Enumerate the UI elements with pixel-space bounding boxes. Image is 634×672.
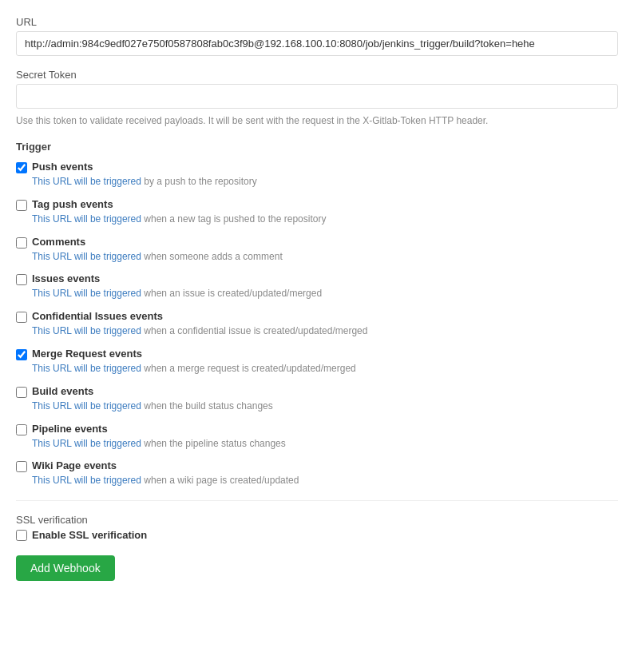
trigger-name-tag-push-events: Tag push events: [32, 198, 113, 210]
trigger-desc-confidential-issues-events: This URL will be triggered when a confid…: [32, 324, 618, 338]
trigger-name-merge-request-events: Merge Request events: [32, 348, 142, 360]
trigger-name-build-events: Build events: [32, 385, 93, 397]
trigger-label-build-events[interactable]: Build events: [16, 385, 618, 398]
ssl-checkbox-text: Enable SSL verification: [32, 529, 147, 541]
trigger-name-issues-events: Issues events: [32, 272, 100, 284]
add-webhook-button[interactable]: Add Webhook: [16, 555, 115, 581]
trigger-label-pipeline-events[interactable]: Pipeline events: [16, 423, 618, 435]
url-label: URL: [16, 16, 618, 28]
secret-token-input[interactable]: [16, 84, 618, 109]
trigger-desc-push-events: This URL will be triggered by a push to …: [32, 175, 618, 189]
trigger-item-pipeline-events: Pipeline eventsThis URL will be triggere…: [16, 423, 618, 451]
trigger-checkbox-confidential-issues-events[interactable]: [16, 312, 27, 323]
trigger-name-wiki-page-events: Wiki Page events: [32, 459, 117, 471]
trigger-desc-merge-request-events: This URL will be triggered when a merge …: [32, 362, 618, 376]
trigger-desc-tag-push-events: This URL will be triggered when a new ta…: [32, 213, 618, 226]
trigger-checkbox-issues-events[interactable]: [16, 274, 27, 285]
trigger-item-merge-request-events: Merge Request eventsThis URL will be tri…: [16, 348, 618, 376]
trigger-name-confidential-issues-events: Confidential Issues events: [32, 310, 163, 322]
ssl-checkbox[interactable]: [16, 530, 27, 541]
trigger-desc-wiki-page-events: This URL will be triggered when a wiki p…: [32, 474, 618, 487]
secret-token-field-group: Secret Token Use this token to validate …: [16, 69, 618, 128]
trigger-label-confidential-issues-events[interactable]: Confidential Issues events: [16, 310, 618, 323]
trigger-section: Trigger Push eventsThis URL will be trig…: [16, 141, 618, 487]
ssl-checkbox-label[interactable]: Enable SSL verification: [16, 529, 618, 541]
url-field-group: URL: [16, 16, 618, 56]
trigger-checkbox-pipeline-events[interactable]: [16, 424, 27, 435]
trigger-label-merge-request-events[interactable]: Merge Request events: [16, 348, 618, 360]
trigger-item-issues-events: Issues eventsThis URL will be triggered …: [16, 272, 618, 300]
trigger-item-push-events: Push eventsThis URL will be triggered by…: [16, 161, 618, 189]
trigger-section-title: Trigger: [16, 141, 618, 153]
ssl-section-label: SSL verification: [16, 514, 618, 526]
url-input[interactable]: [16, 31, 618, 56]
trigger-desc-pipeline-events: This URL will be triggered when the pipe…: [32, 437, 618, 451]
trigger-item-wiki-page-events: Wiki Page eventsThis URL will be trigger…: [16, 459, 618, 487]
secret-token-label: Secret Token: [16, 69, 618, 81]
trigger-label-wiki-page-events[interactable]: Wiki Page events: [16, 459, 618, 472]
trigger-checkbox-wiki-page-events[interactable]: [16, 461, 27, 472]
trigger-name-comments: Comments: [32, 236, 85, 248]
section-divider: [16, 500, 618, 501]
trigger-desc-issues-events: This URL will be triggered when an issue…: [32, 287, 618, 300]
ssl-section: SSL verification Enable SSL verification: [16, 514, 618, 541]
trigger-checkbox-build-events[interactable]: [16, 387, 27, 398]
trigger-checkbox-merge-request-events[interactable]: [16, 349, 27, 360]
triggers-list: Push eventsThis URL will be triggered by…: [16, 161, 618, 487]
trigger-name-push-events: Push events: [32, 161, 93, 173]
trigger-item-confidential-issues-events: Confidential Issues eventsThis URL will …: [16, 310, 618, 338]
secret-token-hint: Use this token to validate received payl…: [16, 113, 618, 128]
trigger-label-issues-events[interactable]: Issues events: [16, 272, 618, 285]
trigger-checkbox-push-events[interactable]: [16, 162, 27, 173]
trigger-checkbox-comments[interactable]: [16, 237, 27, 249]
trigger-label-comments[interactable]: Comments: [16, 236, 618, 249]
trigger-item-build-events: Build eventsThis URL will be triggered w…: [16, 385, 618, 413]
trigger-item-tag-push-events: Tag push eventsThis URL will be triggere…: [16, 198, 618, 226]
trigger-item-comments: CommentsThis URL will be triggered when …: [16, 236, 618, 264]
trigger-desc-comments: This URL will be triggered when someone …: [32, 250, 618, 264]
trigger-name-pipeline-events: Pipeline events: [32, 423, 108, 435]
trigger-label-tag-push-events[interactable]: Tag push events: [16, 198, 618, 211]
trigger-desc-build-events: This URL will be triggered when the buil…: [32, 400, 618, 413]
trigger-checkbox-tag-push-events[interactable]: [16, 200, 27, 211]
trigger-label-push-events[interactable]: Push events: [16, 161, 618, 173]
